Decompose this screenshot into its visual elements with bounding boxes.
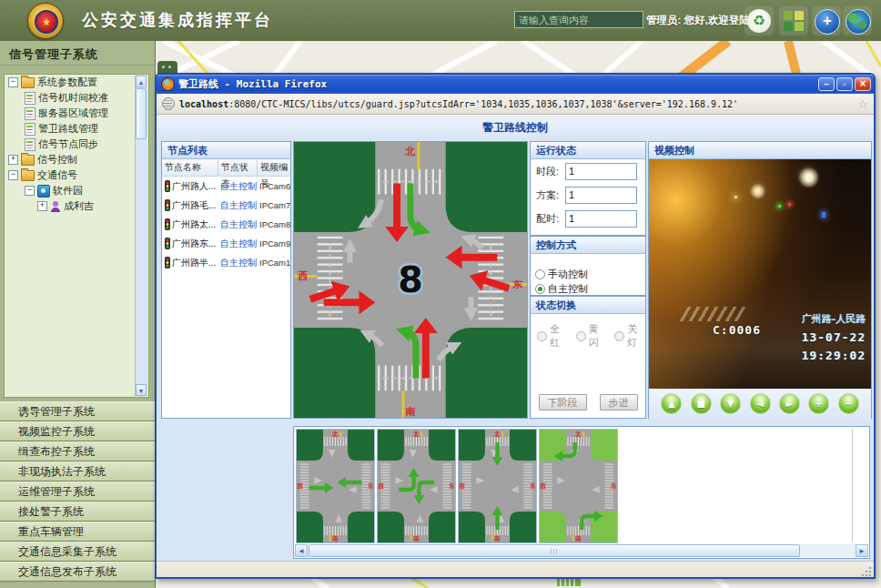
tree-item-traffic-signal[interactable]: 交通信号: [5, 167, 148, 183]
subsystem-item-info-publish[interactable]: 交通信息发布子系统: [0, 562, 155, 582]
tree-item-label: 服务器区域管理: [38, 106, 108, 120]
phase-thumbnail[interactable]: 北南东西: [458, 429, 537, 543]
tree-item-label: 警卫路线管理: [38, 122, 98, 136]
table-row[interactable]: 广州路人... 自主控制 IPCam6: [162, 177, 290, 196]
tree-item-guard-route[interactable]: 警卫路线管理: [5, 121, 148, 137]
pan-right-button[interactable]: ►: [779, 393, 800, 414]
pan-down-button[interactable]: ▼: [720, 393, 741, 414]
zoom-in-button[interactable]: +: [808, 393, 829, 414]
expand-icon[interactable]: [8, 155, 18, 165]
horizontal-scrollbar[interactable]: [295, 544, 868, 557]
url-text[interactable]: localhost:8080/CTC-MICS/libs/utcs/guard.…: [179, 99, 854, 109]
subsystem-item-video[interactable]: 视频监控子系统: [0, 421, 155, 441]
column-node-status[interactable]: 节点状态: [218, 159, 258, 176]
subsystem-item-guidance[interactable]: 诱导管理子系统: [0, 401, 155, 421]
tree-item-server-region[interactable]: 服务器区域管理: [5, 106, 148, 121]
period-field[interactable]: [565, 163, 637, 180]
camera-controls: ▲■▼◄►+−: [649, 389, 871, 419]
scrollbar-thumb[interactable]: [136, 88, 147, 139]
column-node-name[interactable]: 节点名称: [162, 159, 218, 176]
tree-item-system-params[interactable]: 系统参数配置: [5, 75, 148, 90]
zoom-out-button[interactable]: −: [838, 393, 859, 414]
phase-thumbnail[interactable]: 北南东西: [539, 429, 618, 543]
lights-off-option[interactable]: 关灯: [614, 322, 645, 350]
pan-up-button[interactable]: ▲: [661, 393, 682, 414]
table-row[interactable]: 广州路半... 自主控制 IPCam10: [162, 253, 290, 272]
yellow-flash-option[interactable]: 黄闪: [576, 322, 607, 350]
phase-thumbnail[interactable]: 北南东西: [377, 429, 456, 543]
subsystem-item-investigation[interactable]: 缉查布控子系统: [0, 441, 155, 461]
radio-icon[interactable]: [535, 284, 545, 294]
map-button[interactable]: [843, 6, 872, 35]
minimized-panel-tab[interactable]: [157, 61, 177, 74]
street-light: [756, 188, 760, 192]
step-button[interactable]: 步进: [600, 394, 638, 411]
subsystem-item-maintenance[interactable]: 运维管理子系统: [0, 482, 155, 502]
table-row[interactable]: 广州路毛... 自主控制 IPCam7: [162, 196, 290, 215]
folder-icon: [21, 77, 35, 88]
road-sign-light: [822, 212, 825, 218]
subsystem-item-dispatch[interactable]: 接处警子系统: [0, 502, 155, 522]
east-label: 东: [367, 482, 374, 490]
pan-left-button[interactable]: ◄: [750, 393, 771, 414]
tree-item-signal-control[interactable]: 信号控制: [5, 152, 148, 167]
maximize-button[interactable]: [836, 77, 853, 91]
tree-scrollbar[interactable]: [135, 76, 147, 396]
tree-item-chenliji[interactable]: 成利吉: [5, 198, 148, 214]
table-row[interactable]: 广州路东... 自主控制 IPCam9: [162, 234, 290, 253]
resize-grip[interactable]: [861, 566, 872, 577]
address-bar[interactable]: localhost:8080/CTC-MICS/libs/utcs/guard.…: [157, 94, 874, 115]
radio-icon[interactable]: [614, 331, 624, 341]
scroll-up-arrow[interactable]: [136, 76, 147, 87]
north-label: 北: [331, 431, 339, 438]
plan-field[interactable]: [565, 187, 637, 204]
east-label: 东: [610, 482, 617, 490]
subsystem-item-key-vehicle[interactable]: 重点车辆管理: [0, 522, 155, 542]
collapse-icon[interactable]: [8, 170, 18, 180]
refresh-button[interactable]: [744, 6, 774, 35]
close-button[interactable]: [855, 77, 871, 91]
control-mode-panel: 控制方式 手动控制 自主控制: [530, 236, 646, 296]
south-label: 南: [405, 406, 416, 418]
radio-icon[interactable]: [535, 269, 545, 279]
control-mode-option[interactable]: 自主控制: [535, 282, 645, 296]
stop-button[interactable]: ■: [691, 393, 712, 414]
tree-item-node-sync[interactable]: 信号节点同步: [5, 137, 148, 152]
tree-item-label: 信号机时间校准: [38, 91, 108, 105]
traffic-light-icon: [165, 238, 170, 249]
all-red-option[interactable]: 全红: [537, 322, 568, 350]
minimize-button[interactable]: [818, 77, 835, 91]
bookmark-star-icon[interactable]: [857, 97, 868, 111]
scroll-down-arrow[interactable]: [136, 384, 147, 396]
scrollbar-thumb[interactable]: [309, 544, 800, 557]
firefox-icon: [161, 77, 175, 91]
scroll-right-arrow[interactable]: [856, 544, 868, 557]
collapse-icon[interactable]: [25, 186, 35, 196]
timing-field[interactable]: [565, 210, 637, 228]
traffic-light-icon: [165, 199, 170, 211]
control-mode-option[interactable]: 手动控制: [535, 268, 645, 281]
folder-icon: [21, 155, 35, 166]
table-row[interactable]: 广州路太... 自主控制 IPCam8: [162, 215, 290, 234]
page-icon: [25, 107, 35, 120]
street-light: [805, 174, 810, 178]
expand-icon[interactable]: [37, 201, 47, 211]
subsystem-item-enforcement[interactable]: 非现场执法子系统: [0, 461, 155, 482]
scroll-left-arrow[interactable]: [295, 544, 308, 557]
modules-button[interactable]: [779, 6, 808, 35]
phase-thumbnail[interactable]: 北南东西: [296, 429, 375, 543]
collapse-icon[interactable]: [8, 77, 18, 87]
browser-window: 警卫路线 - Mozilla Firefox localhost:8080/CT…: [155, 73, 876, 579]
subsystem-item-info-collect[interactable]: 交通信息采集子系统: [0, 542, 155, 562]
tree-item-software-park[interactable]: 软件园: [5, 183, 148, 198]
globe-icon: [846, 9, 871, 35]
radio-icon[interactable]: [537, 331, 547, 341]
next-stage-button[interactable]: 下阶段: [539, 394, 587, 411]
radio-icon[interactable]: [576, 331, 586, 341]
column-video-id[interactable]: 视频编号: [258, 159, 290, 176]
window-titlebar[interactable]: 警卫路线 - Mozilla Firefox: [157, 75, 874, 94]
state-switch-panel: 状态切换 全红 黄闪 关灯 下阶段 步进: [530, 296, 646, 419]
tree-item-time-calibration[interactable]: 信号机时间校准: [5, 90, 148, 106]
search-input[interactable]: [514, 11, 643, 28]
add-button[interactable]: [812, 6, 841, 35]
